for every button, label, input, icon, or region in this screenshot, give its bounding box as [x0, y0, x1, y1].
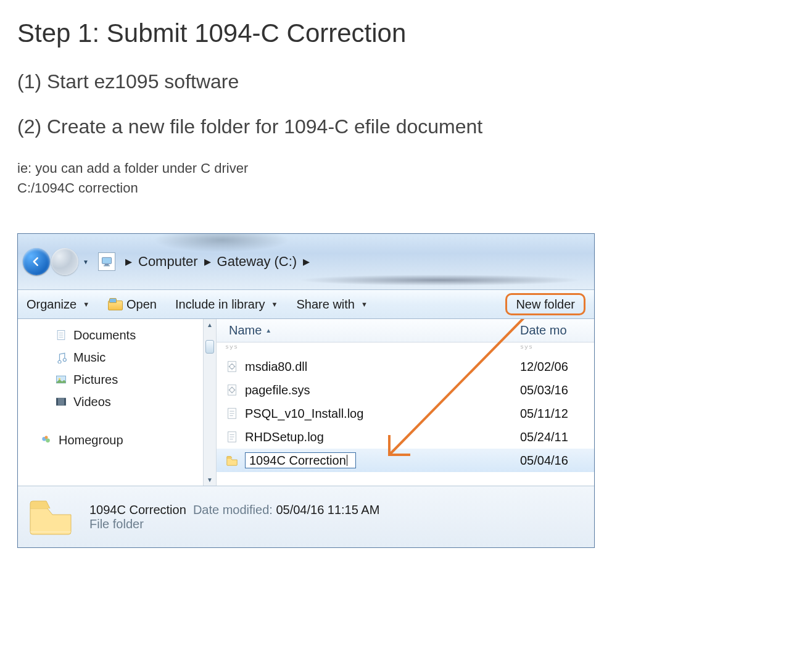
sort-asc-icon: ▲ — [265, 327, 271, 334]
new-folder-button[interactable]: New folder — [505, 293, 585, 315]
system-file-icon — [225, 383, 239, 397]
table-row[interactable]: ˢʸˢ ˢʸˢ — [217, 342, 594, 355]
scroll-up-icon[interactable]: ▲ — [207, 321, 213, 328]
file-date: 12/02/06 — [520, 360, 594, 374]
include-library-button[interactable]: Include in library▼ — [175, 297, 278, 312]
file-date: 05/24/11 — [520, 430, 594, 444]
explorer-window: ▼ ▸ Computer ▸ Gateway (C:) ▸ Organize▼ … — [17, 233, 595, 548]
sidebar-item-label: Videos — [73, 395, 111, 409]
nav-back-button[interactable] — [23, 248, 50, 275]
sidebar-item-pictures[interactable]: Pictures — [55, 368, 203, 391]
open-button[interactable]: Open — [108, 297, 157, 312]
details-selected-name: 1094C Correction — [89, 503, 186, 516]
file-list: Name ▲ Date mo ˢʸˢ ˢʸˢ msdia80.dll 12/02… — [217, 319, 594, 486]
folder-large-icon — [27, 497, 75, 537]
music-icon — [55, 351, 67, 363]
file-name: msdia80.dll — [245, 360, 307, 374]
file-date: 05/11/12 — [520, 407, 594, 421]
nav-history-dropdown[interactable]: ▼ — [80, 259, 92, 265]
homegroup-icon — [40, 434, 52, 446]
explorer-body: Documents Music Pictures Videos Homegrou… — [18, 319, 594, 486]
example-path: C:/1094C correction — [17, 180, 769, 196]
substep-2: (2) Create a new file folder for 1094-C … — [17, 115, 769, 138]
share-with-button[interactable]: Share with▼ — [297, 297, 368, 312]
nav-forward-button[interactable] — [51, 248, 78, 275]
breadcrumb[interactable]: ▸ Computer ▸ Gateway (C:) ▸ — [119, 254, 316, 270]
table-row-new-folder[interactable]: 1094C Correction 05/04/16 — [217, 449, 594, 472]
svg-point-14 — [45, 436, 48, 439]
caret-down-icon: ▼ — [361, 301, 368, 308]
file-name: PSQL_v10_Install.log — [245, 407, 363, 421]
system-file-icon — [225, 360, 239, 373]
sidebar-item-videos[interactable]: Videos — [55, 391, 203, 413]
chevron-right-icon: ▸ — [303, 254, 310, 270]
explorer-titlebar: ▼ ▸ Computer ▸ Gateway (C:) ▸ — [18, 234, 594, 289]
chevron-right-icon: ▸ — [204, 254, 211, 270]
scroll-down-icon[interactable]: ▼ — [207, 476, 213, 483]
details-pane: 1094C Correction Date modified: 05/04/16… — [18, 486, 594, 547]
sidebar-item-label: Pictures — [73, 373, 118, 387]
heading-step: Step 1: Submit 1094-C Correction — [17, 19, 769, 48]
details-type: File folder — [89, 517, 379, 531]
svg-rect-0 — [102, 257, 112, 263]
chevron-right-icon: ▸ — [125, 254, 132, 270]
file-name: RHDSetup.log — [245, 430, 324, 444]
sidebar-scrollbar[interactable]: ▲ ▼ — [203, 319, 217, 486]
sidebar-item-label: Documents — [73, 328, 136, 342]
table-row[interactable]: RHDSetup.log 05/24/11 — [217, 425, 594, 449]
sidebar-item-music[interactable]: Music — [55, 346, 203, 368]
sidebar-item-label: Homegroup — [59, 433, 123, 447]
example-note: ie: you can add a folder under C driver — [17, 160, 769, 176]
pictures-icon — [55, 373, 67, 386]
scroll-thumb[interactable] — [205, 340, 214, 354]
svg-point-13 — [46, 439, 50, 443]
computer-icon[interactable] — [98, 252, 115, 271]
document-icon — [55, 329, 67, 341]
organize-button[interactable]: Organize▼ — [27, 297, 89, 312]
sidebar-item-label: Music — [73, 351, 105, 365]
breadcrumb-segment[interactable]: Computer — [138, 254, 198, 270]
svg-rect-1 — [105, 264, 109, 265]
log-file-icon — [225, 407, 239, 420]
substep-1: (1) Start ez1095 software — [17, 70, 769, 93]
column-date[interactable]: Date mo — [520, 323, 594, 338]
folder-icon — [225, 454, 239, 467]
caret-down-icon: ▼ — [83, 301, 89, 308]
file-name: pagefile.sys — [245, 383, 310, 397]
open-folder-icon — [108, 298, 122, 310]
breadcrumb-segment[interactable]: Gateway (C:) — [217, 254, 297, 270]
file-date: 05/03/16 — [520, 383, 594, 397]
table-row[interactable]: pagefile.sys 05/03/16 — [217, 378, 594, 402]
log-file-icon — [225, 430, 239, 444]
arrow-left-icon — [30, 255, 43, 268]
sidebar-item-homegroup[interactable]: Homegroup — [40, 429, 203, 451]
column-name[interactable]: Name ▲ — [217, 323, 520, 338]
sidebar: Documents Music Pictures Videos Homegrou… — [18, 319, 203, 486]
svg-rect-10 — [57, 398, 59, 405]
details-meta-label: Date modified: — [193, 503, 273, 516]
file-date: 05/04/16 — [520, 454, 594, 468]
sidebar-item-documents[interactable]: Documents — [55, 324, 203, 346]
videos-icon — [55, 396, 67, 408]
text-cursor — [347, 455, 347, 466]
explorer-toolbar: Organize▼ Open Include in library▼ Share… — [18, 289, 594, 319]
caret-down-icon: ▼ — [271, 301, 278, 308]
column-headers[interactable]: Name ▲ Date mo — [217, 319, 594, 342]
details-meta-value: 05/04/16 11:15 AM — [276, 503, 379, 516]
table-row[interactable]: PSQL_v10_Install.log 05/11/12 — [217, 402, 594, 425]
rename-input[interactable]: 1094C Correction — [245, 452, 356, 468]
table-row[interactable]: msdia80.dll 12/02/06 — [217, 355, 594, 378]
svg-rect-2 — [104, 265, 110, 267]
svg-rect-11 — [64, 398, 66, 405]
